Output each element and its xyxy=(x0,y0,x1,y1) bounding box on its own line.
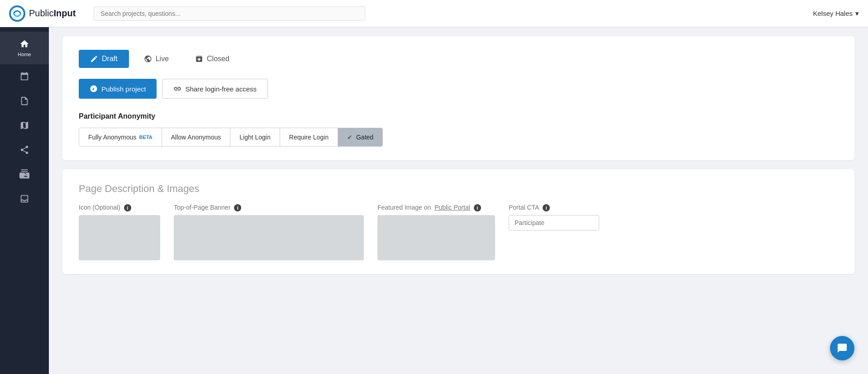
featured-info-icon: i xyxy=(474,204,481,211)
upload-grid: Icon (Optional) i Top-of-Page Banner i xyxy=(79,204,838,260)
publish-project-button[interactable]: Publish project xyxy=(79,79,157,99)
sidebar: Home xyxy=(0,27,49,374)
allow-anonymous-label: Allow Anonymous xyxy=(171,134,221,141)
contacts-icon xyxy=(19,169,29,179)
link-icon xyxy=(173,85,181,93)
share-login-free-button[interactable]: Share login-free access xyxy=(162,79,268,99)
featured-image-upload-block: Featured Image on Public Portal i xyxy=(377,204,495,260)
project-settings-card: Draft Live Closed Publish project xyxy=(62,36,854,160)
require-login-label: Require Login xyxy=(289,134,329,141)
anon-option-fully-anonymous[interactable]: Fully Anonymous BETA xyxy=(79,128,162,146)
svg-point-0 xyxy=(10,6,24,21)
banner-upload-area[interactable] xyxy=(174,215,364,260)
tab-closed[interactable]: Closed xyxy=(184,50,241,68)
logo: PublicInput xyxy=(9,5,76,22)
chat-icon xyxy=(837,343,848,354)
icon-upload-area[interactable] xyxy=(79,215,160,260)
anonymity-section-title: Participant Anonymity xyxy=(79,112,838,120)
icon-label: Icon (Optional) i xyxy=(79,204,160,211)
tab-live-label: Live xyxy=(156,55,169,63)
page-description-heading: Page Description & Images xyxy=(79,183,838,195)
icon-upload-block: Icon (Optional) i xyxy=(79,204,160,260)
portal-cta-input[interactable] xyxy=(509,215,599,230)
page-description-card: Page Description & Images Icon (Optional… xyxy=(62,169,854,274)
featured-label: Featured Image on Public Portal i xyxy=(377,204,495,211)
sidebar-item-contacts[interactable] xyxy=(0,162,49,187)
anon-option-require-login[interactable]: Require Login xyxy=(280,128,338,146)
sidebar-item-home-label: Home xyxy=(18,52,31,57)
icon-optional-label: (Optional) xyxy=(92,204,120,211)
sidebar-item-map[interactable] xyxy=(0,113,49,138)
tab-closed-label: Closed xyxy=(207,55,229,63)
checkmark-icon: ✓ xyxy=(347,134,353,141)
map-icon xyxy=(19,120,29,130)
search-input[interactable] xyxy=(94,6,365,21)
archive-icon xyxy=(195,55,203,63)
chat-button[interactable] xyxy=(830,336,854,360)
sidebar-item-inbox[interactable] xyxy=(0,187,49,211)
public-portal-link[interactable]: Public Portal xyxy=(434,204,470,211)
banner-label: Top-of-Page Banner i xyxy=(174,204,364,211)
tab-draft[interactable]: Draft xyxy=(79,50,129,68)
featured-upload-area[interactable] xyxy=(377,215,495,260)
fully-anonymous-label: Fully Anonymous xyxy=(88,134,137,141)
anonymity-options: Fully Anonymous BETA Allow Anonymous Lig… xyxy=(79,128,383,147)
light-login-label: Light Login xyxy=(239,134,271,141)
icon-info-icon: i xyxy=(124,204,131,211)
sidebar-item-documents[interactable] xyxy=(0,89,49,113)
portal-cta-label: Portal CTA i xyxy=(509,204,599,211)
banner-info-icon: i xyxy=(234,204,241,211)
logo-text-input: Input xyxy=(53,8,76,18)
beta-badge: BETA xyxy=(139,134,153,140)
pencil-icon xyxy=(90,55,98,63)
status-tabs: Draft Live Closed xyxy=(79,50,838,68)
publish-label: Publish project xyxy=(101,85,146,93)
tab-live[interactable]: Live xyxy=(133,50,180,68)
home-icon xyxy=(19,39,29,49)
calendar-icon xyxy=(19,72,29,82)
action-buttons: Publish project Share login-free access xyxy=(79,79,838,99)
anon-option-gated[interactable]: ✓ Gated xyxy=(338,128,382,146)
top-navigation: PublicInput Kelsey Hales ▾ xyxy=(0,0,868,27)
share-icon xyxy=(19,145,29,155)
user-name: Kelsey Hales xyxy=(813,10,853,17)
sidebar-item-calendar[interactable] xyxy=(0,64,49,89)
document-icon xyxy=(19,96,29,106)
portal-cta-block: Portal CTA i xyxy=(509,204,599,260)
main-content: Draft Live Closed Publish project xyxy=(49,27,868,374)
user-menu[interactable]: Kelsey Hales ▾ xyxy=(813,10,859,18)
anon-option-allow-anonymous[interactable]: Allow Anonymous xyxy=(162,128,231,146)
chevron-down-icon: ▾ xyxy=(855,10,859,18)
sidebar-item-share[interactable] xyxy=(0,138,49,162)
tab-draft-label: Draft xyxy=(102,55,118,63)
rocket-icon xyxy=(90,85,98,93)
banner-upload-block: Top-of-Page Banner i xyxy=(174,204,364,260)
globe-icon xyxy=(144,55,152,63)
cta-info-icon: i xyxy=(543,204,550,211)
share-label: Share login-free access xyxy=(185,85,257,93)
logo-text-public: Public xyxy=(29,8,53,18)
gated-label: Gated xyxy=(356,134,373,141)
sidebar-item-home[interactable]: Home xyxy=(0,32,49,64)
anon-option-light-login[interactable]: Light Login xyxy=(230,128,280,146)
inbox-icon xyxy=(19,194,29,204)
logo-icon xyxy=(9,5,25,22)
